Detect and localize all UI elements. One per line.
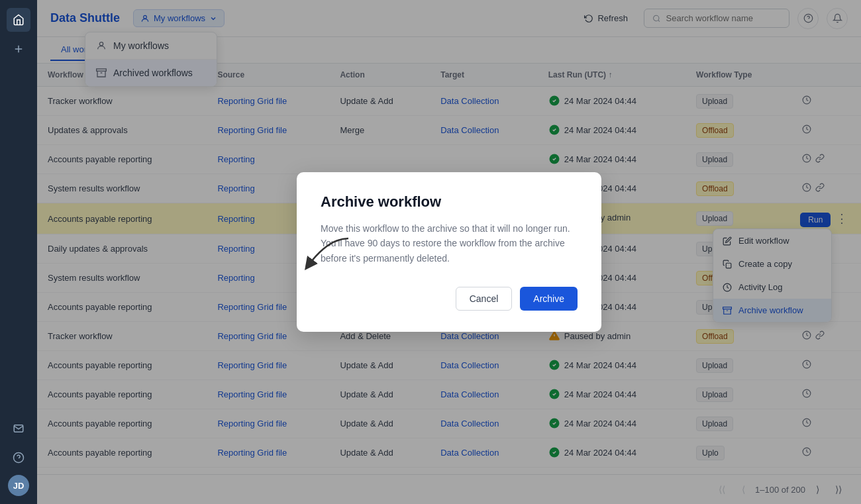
sidebar: JD bbox=[0, 0, 37, 504]
sidebar-help-icon[interactable] bbox=[7, 446, 30, 470]
main-content: Data Shuttle My workflows Refresh bbox=[37, 0, 861, 504]
archive-modal: Archive workflow Move this workflow to t… bbox=[297, 172, 601, 332]
modal-cancel-button[interactable]: Cancel bbox=[456, 287, 513, 311]
sidebar-mail-icon[interactable] bbox=[7, 417, 30, 440]
modal-backdrop: Archive workflow Move this workflow to t… bbox=[37, 0, 861, 504]
modal-title: Archive workflow bbox=[321, 193, 578, 211]
user-avatar[interactable]: JD bbox=[8, 475, 29, 496]
modal-body: Move this workflow to the archive so tha… bbox=[321, 221, 578, 266]
modal-actions: Cancel Archive bbox=[321, 287, 578, 311]
sidebar-home-icon[interactable] bbox=[7, 8, 30, 32]
sidebar-plus-icon[interactable] bbox=[7, 37, 30, 61]
modal-archive-button[interactable]: Archive bbox=[520, 287, 578, 311]
